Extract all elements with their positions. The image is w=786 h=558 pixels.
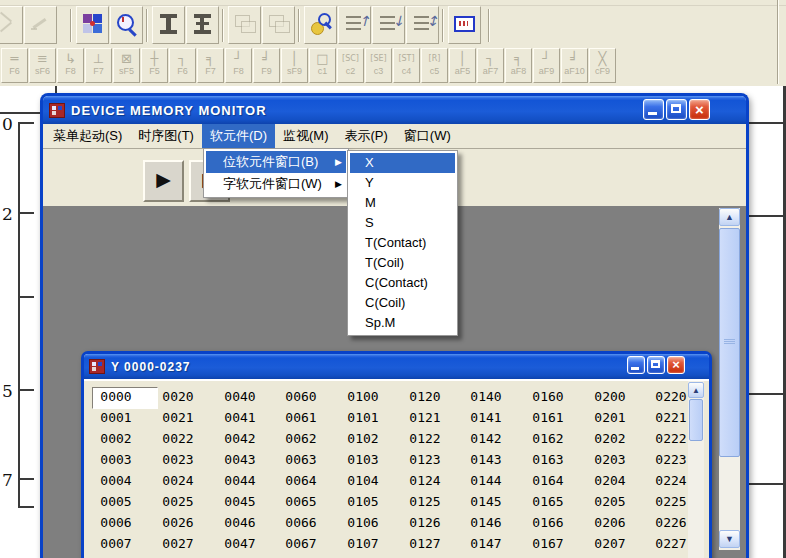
ladder-tool-sf5-button[interactable]: ⊠sF5 (113, 48, 140, 83)
y-scrollbar-thumb[interactable] (689, 399, 703, 441)
close-button[interactable]: × (689, 99, 710, 120)
device-cell-0060[interactable]: 0060 (272, 389, 330, 404)
device-cell-0022[interactable]: 0022 (149, 431, 207, 446)
ladder-tool-sf9-button[interactable]: │sF9 (281, 48, 308, 83)
ladder-tool-f6-button[interactable]: ═F6 (1, 48, 28, 83)
device-cell-0025[interactable]: 0025 (149, 494, 207, 509)
device-cell-0147[interactable]: 0147 (457, 536, 515, 551)
device-cell-0043[interactable]: 0043 (211, 452, 269, 467)
device-type-item-y[interactable]: Y (350, 173, 455, 193)
monitor-scroll-down-button[interactable]: ▼ (719, 530, 740, 548)
device-cell-0061[interactable]: 0061 (272, 410, 330, 425)
device-cell-0065[interactable]: 0065 (272, 494, 330, 509)
device-cell-0102[interactable]: 0102 (334, 431, 392, 446)
device-cell-0042[interactable]: 0042 (211, 431, 269, 446)
y-scroll-up-button[interactable]: ▲ (688, 382, 704, 398)
device-cell-0165[interactable]: 0165 (519, 494, 577, 509)
device-cell-0000[interactable]: 0000 (87, 389, 145, 404)
device-cell-0205[interactable]: 0205 (581, 494, 639, 509)
ladder-tool-sf6-button[interactable]: ≡sF6 (29, 48, 56, 83)
device-cell-0002[interactable]: 0002 (87, 431, 145, 446)
device-cell-0162[interactable]: 0162 (519, 431, 577, 446)
menu-item-0[interactable]: 菜单起动(S) (45, 124, 130, 148)
device-cell-0161[interactable]: 0161 (519, 410, 577, 425)
monitor-scrollbar-thumb[interactable] (719, 228, 740, 457)
device-cell-0204[interactable]: 0204 (581, 473, 639, 488)
device-cell-0163[interactable]: 0163 (519, 452, 577, 467)
device-cell-0104[interactable]: 0104 (334, 473, 392, 488)
ladder-tool-c1-button[interactable]: □c1 (309, 48, 336, 83)
ladder-tool-cf9-button[interactable]: ╳cF9 (589, 48, 616, 83)
device-type-item-s[interactable]: S (350, 213, 455, 233)
ladder-tool-f7-button[interactable]: ╕F7 (197, 48, 224, 83)
edit-mark-button[interactable] (24, 6, 57, 44)
ladder-tool-f9-button[interactable]: ╛F9 (253, 48, 280, 83)
y-close-button[interactable]: × (667, 356, 685, 374)
device-cell-0103[interactable]: 0103 (334, 452, 392, 467)
device-cell-0027[interactable]: 0027 (149, 536, 207, 551)
device-cell-0143[interactable]: 0143 (457, 452, 515, 467)
timing-chart-button[interactable] (152, 6, 185, 44)
ladder-tool-f8-button[interactable]: ↳F8 (57, 48, 84, 83)
timing-chart-scale-button[interactable] (186, 6, 219, 44)
device-cell-0140[interactable]: 0140 (457, 389, 515, 404)
device-cell-0101[interactable]: 0101 (334, 410, 392, 425)
device-cell-0062[interactable]: 0062 (272, 431, 330, 446)
device-menu-item-1[interactable]: 字软元件窗口(W)▶ (206, 173, 346, 195)
device-cell-0121[interactable]: 0121 (396, 410, 454, 425)
cascade-windows-button[interactable] (228, 6, 261, 44)
device-cell-0067[interactable]: 0067 (272, 536, 330, 551)
device-type-item-c-contact-[interactable]: C(Contact) (350, 273, 455, 293)
device-cell-0120[interactable]: 0120 (396, 389, 454, 404)
device-cell-0004[interactable]: 0004 (87, 473, 145, 488)
maximize-button[interactable] (666, 99, 687, 120)
device-cell-0023[interactable]: 0023 (149, 452, 207, 467)
monitor-scroll-up-button[interactable]: ▲ (719, 208, 740, 226)
y-window-titlebar[interactable]: Y 0000-0237 × (84, 354, 709, 379)
device-type-item-sp-m[interactable]: Sp.M (350, 313, 455, 333)
device-cell-0044[interactable]: 0044 (211, 473, 269, 488)
device-cell-0107[interactable]: 0107 (334, 536, 392, 551)
ladder-tool-af8-button[interactable]: ╕aF8 (505, 48, 532, 83)
device-type-item-t-contact-[interactable]: T(Contact) (350, 233, 455, 253)
device-cell-0207[interactable]: 0207 (581, 536, 639, 551)
tile-windows-button[interactable] (262, 6, 295, 44)
ladder-tool-c3-button[interactable]: [SE]c3 (365, 48, 392, 83)
device-type-item-m[interactable]: M (350, 193, 455, 213)
delete-row-button[interactable]: ↕ (406, 6, 439, 44)
ladder-tool-c4-button[interactable]: [ST]c4 (393, 48, 420, 83)
device-cell-0026[interactable]: 0026 (149, 515, 207, 530)
device-menu-item-0[interactable]: 位软元件窗口(B)▶ (206, 151, 346, 173)
device-type-item-x[interactable]: X (350, 153, 455, 173)
device-cell-0041[interactable]: 0041 (211, 410, 269, 425)
device-cell-0045[interactable]: 0045 (211, 494, 269, 509)
device-cell-0040[interactable]: 0040 (211, 389, 269, 404)
device-find-button[interactable] (304, 6, 337, 44)
device-type-item-c-coil-[interactable]: C(Coil) (350, 293, 455, 313)
ladder-tool-c5-button[interactable]: [R]c5 (421, 48, 448, 83)
device-cell-0144[interactable]: 0144 (457, 473, 515, 488)
device-cell-0046[interactable]: 0046 (211, 515, 269, 530)
device-type-item-t-coil-[interactable]: T(Coil) (350, 253, 455, 273)
monitor-start-button[interactable]: ▶ (143, 160, 184, 202)
y-maximize-button[interactable] (647, 356, 665, 374)
device-cell-0146[interactable]: 0146 (457, 515, 515, 530)
device-cell-0206[interactable]: 0206 (581, 515, 639, 530)
device-cell-0006[interactable]: 0006 (87, 515, 145, 530)
device-cell-0024[interactable]: 0024 (149, 473, 207, 488)
device-cell-0123[interactable]: 0123 (396, 452, 454, 467)
ladder-tool-f7-button[interactable]: ⊥F7 (85, 48, 112, 83)
device-cell-0064[interactable]: 0064 (272, 473, 330, 488)
device-cell-0106[interactable]: 0106 (334, 515, 392, 530)
menu-item-3[interactable]: 监视(M) (275, 124, 337, 148)
device-cell-0126[interactable]: 0126 (396, 515, 454, 530)
insert-below-button[interactable]: ↓ (372, 6, 405, 44)
menu-item-2[interactable]: 软元件(D) (202, 124, 275, 148)
device-cell-0127[interactable]: 0127 (396, 536, 454, 551)
device-cell-0007[interactable]: 0007 (87, 536, 145, 551)
zoom-monitor-button[interactable] (110, 6, 143, 44)
ladder-tool-af9-button[interactable]: ┘aF9 (533, 48, 560, 83)
ladder-tool-af5-button[interactable]: │aF5 (449, 48, 476, 83)
menu-item-5[interactable]: 窗口(W) (396, 124, 459, 148)
device-cell-0100[interactable]: 0100 (334, 389, 392, 404)
